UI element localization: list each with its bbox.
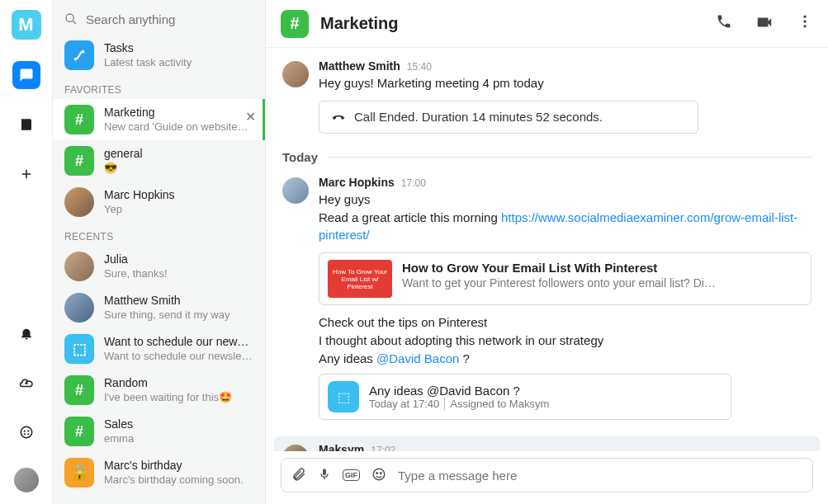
sidebar-item-subtitle: 😎 bbox=[104, 162, 143, 175]
message-author[interactable]: Marc Hopkins bbox=[319, 176, 395, 189]
sidebar: TasksLatest task activity FAVORITES #Mar… bbox=[53, 0, 266, 504]
tasks-title: Tasks bbox=[104, 41, 192, 56]
composer-input[interactable] bbox=[398, 469, 802, 483]
sidebar-item[interactable]: Matthew SmithSure thing, send it my way bbox=[53, 287, 265, 328]
call-ended-icon bbox=[331, 110, 346, 125]
svg-point-5 bbox=[66, 14, 73, 21]
svg-point-3 bbox=[23, 433, 25, 435]
task-subtitle: Today at 17:40Assigned to Maksym bbox=[369, 398, 549, 410]
sidebar-item[interactable]: #Salesemma bbox=[53, 411, 265, 452]
close-icon[interactable]: ✕ bbox=[245, 109, 256, 125]
gif-icon[interactable]: GIF bbox=[343, 469, 360, 481]
svg-point-4 bbox=[27, 433, 29, 435]
mic-icon[interactable] bbox=[318, 468, 331, 483]
chat-area: Matthew Smith15:40 Hey guys! Marketing m… bbox=[266, 48, 828, 451]
avatar[interactable] bbox=[282, 177, 309, 204]
sidebar-item-subtitle: Yep bbox=[104, 203, 175, 216]
svg-point-12 bbox=[376, 472, 378, 473]
channel-header: # Marketing bbox=[266, 0, 828, 48]
sidebar-item-title: Marc Hopkins bbox=[104, 188, 175, 203]
task-icon: ⬚ bbox=[328, 381, 359, 412]
task-title: Any ideas @David Bacon ? bbox=[369, 384, 549, 398]
message-body: Check out the tips on Pinterest bbox=[319, 313, 811, 332]
nav-add-icon[interactable] bbox=[12, 160, 40, 188]
search-bar[interactable] bbox=[53, 0, 265, 35]
more-icon[interactable] bbox=[797, 13, 813, 34]
link-thumb: How To Grow Your Email List w/ Pinterest bbox=[328, 260, 392, 298]
sidebar-item-icon: # bbox=[64, 375, 94, 405]
user-avatar[interactable] bbox=[14, 468, 39, 492]
main-panel: # Marketing Matthew Smith15:40 Hey guys!… bbox=[266, 0, 828, 504]
composer[interactable]: GIF bbox=[281, 458, 813, 492]
nav-bell-icon[interactable] bbox=[12, 319, 40, 347]
sidebar-item-icon bbox=[64, 187, 94, 217]
sidebar-item-subtitle: New card 'Guide on website o… bbox=[104, 120, 251, 134]
task-card[interactable]: ⬚ Any ideas @David Bacon ?Today at 17:40… bbox=[319, 374, 731, 420]
sidebar-item-icon bbox=[64, 293, 94, 323]
sidebar-item-title: Julia bbox=[104, 252, 168, 267]
message-body: Read a great article this morning https:… bbox=[319, 209, 811, 245]
mention[interactable]: @David Bacon bbox=[376, 351, 459, 365]
message-time: 15:40 bbox=[407, 61, 432, 73]
svg-point-8 bbox=[803, 16, 806, 18]
favorites-heading: FAVORITES bbox=[53, 76, 265, 99]
svg-point-9 bbox=[803, 20, 806, 22]
call-icon[interactable] bbox=[716, 13, 732, 34]
message-body: I thought about adopting this network in… bbox=[319, 332, 811, 350]
link-preview-card[interactable]: How To Grow Your Email List w/ Pinterest… bbox=[319, 252, 811, 305]
svg-point-13 bbox=[381, 472, 382, 473]
message-time: 17:00 bbox=[401, 177, 426, 189]
sidebar-item[interactable]: #general😎 bbox=[53, 140, 265, 181]
sidebar-item-icon: ⬚ bbox=[64, 334, 94, 364]
svg-point-1 bbox=[23, 430, 25, 431]
call-ended-card[interactable]: Call Ended. Duration 14 minutes 52 secon… bbox=[319, 101, 698, 134]
search-input[interactable] bbox=[86, 12, 253, 26]
message-body: Hey guys bbox=[319, 191, 811, 209]
sidebar-item[interactable]: Marc HopkinsYep bbox=[53, 181, 265, 223]
sidebar-item-title: Marketing bbox=[104, 106, 251, 120]
sidebar-item[interactable]: JuliaSure, thanks! bbox=[53, 246, 265, 287]
link-subtitle: Want to get your Pinterest followers ont… bbox=[402, 276, 802, 290]
sidebar-item-icon: 🔒 bbox=[64, 458, 94, 488]
sidebar-item[interactable]: 🔒Marc's birthdayMarc's birthday coming s… bbox=[53, 452, 265, 493]
sidebar-item-title: Want to schedule our newsl… bbox=[104, 335, 253, 350]
sidebar-item[interactable]: #RandomI've been waiting for this🤩 bbox=[53, 370, 265, 411]
sidebar-item-subtitle: I've been waiting for this🤩 bbox=[104, 391, 232, 404]
call-ended-text: Call Ended. Duration 14 minutes 52 secon… bbox=[354, 110, 603, 124]
svg-point-7 bbox=[82, 50, 85, 54]
sidebar-item-tasks[interactable]: TasksLatest task activity bbox=[53, 35, 265, 76]
attach-icon[interactable] bbox=[291, 467, 306, 484]
app-logo[interactable]: M bbox=[12, 10, 41, 40]
video-icon[interactable] bbox=[755, 13, 774, 34]
nav-apps-icon[interactable] bbox=[12, 418, 40, 446]
sidebar-item-title: Random bbox=[104, 376, 232, 391]
nav-chat-icon[interactable] bbox=[12, 61, 40, 89]
sidebar-item-title: general bbox=[104, 147, 143, 162]
emoji-icon[interactable] bbox=[371, 467, 386, 484]
avatar[interactable] bbox=[282, 445, 309, 451]
sidebar-item-title: Marc's birthday bbox=[104, 459, 244, 473]
sidebar-item-subtitle: Sure thing, send it my way bbox=[104, 309, 229, 322]
nav-download-icon[interactable] bbox=[12, 369, 40, 397]
sidebar-item-icon: # bbox=[64, 417, 94, 446]
svg-point-10 bbox=[803, 25, 806, 27]
message-body: Any ideas @David Bacon ? bbox=[319, 350, 811, 368]
recents-heading: RECENTS bbox=[53, 223, 265, 246]
tasks-subtitle: Latest task activity bbox=[104, 56, 192, 69]
nav-rail: M bbox=[0, 0, 53, 504]
sidebar-item[interactable]: #MarketingNew card 'Guide on website o…✕ bbox=[53, 99, 265, 140]
channel-title: Marketing bbox=[320, 14, 398, 33]
message-author[interactable]: Maksym bbox=[319, 443, 364, 451]
message-author[interactable]: Matthew Smith bbox=[319, 59, 400, 73]
avatar[interactable] bbox=[282, 61, 309, 87]
message-selected: Maksym17:02 Hm..we've already discussed … bbox=[274, 436, 820, 451]
tasks-icon bbox=[64, 40, 94, 70]
svg-point-0 bbox=[21, 426, 32, 438]
sidebar-item-title: Matthew Smith bbox=[104, 294, 229, 309]
sidebar-item[interactable]: ⬚Want to schedule our newsl…Want to sche… bbox=[53, 328, 265, 370]
sidebar-item-subtitle: Want to schedule our newslet… bbox=[104, 350, 253, 363]
nav-contacts-icon[interactable] bbox=[12, 111, 40, 139]
svg-point-11 bbox=[373, 469, 385, 480]
message-time: 17:02 bbox=[371, 445, 395, 451]
link-title: How to Grow Your Email List With Pintere… bbox=[402, 260, 802, 276]
